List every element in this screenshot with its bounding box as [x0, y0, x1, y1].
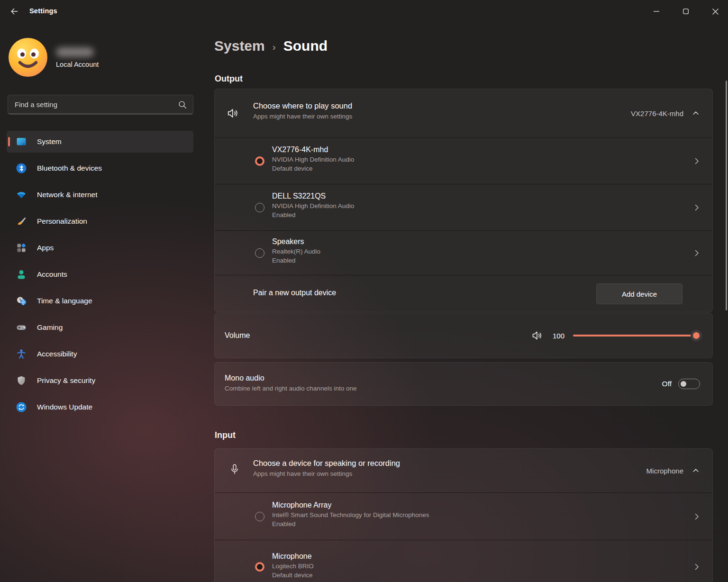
microphone-icon	[229, 463, 240, 477]
chevron-right-icon[interactable]	[693, 157, 701, 165]
sidebar-item-label: Windows Update	[37, 403, 92, 411]
sidebar-item-label: Accounts	[37, 270, 67, 279]
speaker-icon	[227, 107, 240, 120]
sidebar-item-label: Bluetooth & devices	[37, 164, 102, 173]
sidebar-item-bluetooth-devices[interactable]: Bluetooth & devices	[7, 157, 193, 179]
device-name: DELL S3221QS	[272, 192, 354, 200]
sidebar-item-system[interactable]: System	[7, 131, 193, 153]
chevron-up-icon[interactable]	[692, 466, 700, 475]
add-device-button[interactable]: Add device	[596, 283, 682, 304]
update-icon	[16, 401, 27, 413]
breadcrumb-system[interactable]: System	[214, 38, 265, 54]
device-name: VX2776-4K-mhd	[272, 146, 354, 154]
user-name-redacted	[56, 47, 94, 57]
shield-icon	[16, 375, 27, 386]
mono-audio-subtitle: Combine left and right audio channels in…	[225, 385, 356, 392]
output-selected-device-value: VX2776-4K-mhd	[631, 109, 683, 118]
sidebar-item-windows-update[interactable]: Windows Update	[7, 396, 193, 418]
volume-value: 100	[551, 332, 564, 340]
input-device-row-microphone[interactable]: Microphone Logitech BRIO Default device	[215, 540, 712, 582]
sidebar-item-label: Personalization	[37, 217, 87, 226]
device-driver: Logitech BRIO	[272, 563, 314, 570]
mono-audio-state-label: Off	[662, 380, 672, 388]
volume-slider-track[interactable]	[573, 335, 701, 336]
device-driver: Intel® Smart Sound Technology for Digita…	[272, 511, 429, 518]
radio-unselected[interactable]	[255, 512, 264, 521]
scrollbar[interactable]	[726, 81, 727, 310]
sidebar-nav: System Bluetooth & devices Network & int…	[7, 131, 193, 423]
gamepad-icon	[16, 322, 27, 333]
mono-audio-toggle[interactable]	[678, 379, 700, 389]
clock-globe-icon	[16, 295, 27, 307]
pair-device-row: Pair a new output device Add device	[215, 275, 712, 312]
user-avatar[interactable]	[8, 37, 48, 78]
input-device-row-mic-array[interactable]: Microphone Array Intel® Smart Sound Tech…	[215, 492, 712, 540]
device-status: Enabled	[272, 520, 429, 527]
sidebar-item-accessibility[interactable]: Accessibility	[7, 343, 193, 365]
chevron-right-icon[interactable]	[693, 249, 701, 257]
output-picker-header[interactable]: Choose where to play sound Apps might ha…	[215, 89, 712, 137]
volume-label: Volume	[225, 331, 250, 340]
sidebar-item-label: Privacy & security	[37, 376, 95, 385]
close-icon	[712, 9, 719, 15]
search-icon	[177, 100, 188, 110]
maximize-icon	[683, 9, 689, 14]
volume-slider[interactable]	[573, 330, 701, 341]
mono-audio-card: Mono audio Combine left and right audio …	[214, 362, 713, 406]
minimize-button[interactable]	[646, 0, 667, 23]
sidebar-item-apps[interactable]: Apps	[7, 237, 193, 259]
output-device-group: Choose where to play sound Apps might ha…	[214, 89, 713, 312]
sidebar-item-time-language[interactable]: Time & language	[7, 290, 193, 312]
output-device-row-dell[interactable]: DELL S3221QS NVIDIA High Definition Audi…	[215, 184, 712, 230]
input-picker-subtitle: Apps might have their own settings	[253, 470, 400, 477]
device-driver: NVIDIA High Definition Audio	[272, 202, 354, 209]
search-input[interactable]	[8, 95, 193, 114]
radio-unselected[interactable]	[255, 248, 264, 258]
selected-indicator-pill	[8, 137, 10, 146]
chevron-right-icon[interactable]	[693, 204, 701, 211]
volume-slider-thumb[interactable]	[691, 330, 702, 341]
input-section-label: Input	[215, 430, 236, 440]
volume-icon[interactable]	[531, 329, 544, 342]
back-arrow-icon	[9, 7, 19, 16]
output-section-label: Output	[215, 74, 243, 84]
page-title: Sound	[283, 38, 328, 54]
sidebar-item-label: Apps	[37, 244, 54, 252]
input-picker-header[interactable]: Choose a device for speaking or recordin…	[215, 449, 712, 492]
sidebar-item-label: System	[37, 137, 62, 146]
sidebar-item-label: Accessibility	[37, 350, 77, 358]
sidebar: Local Account System Bluetooth & devices	[0, 23, 207, 582]
wifi-icon	[16, 189, 27, 200]
radio-selected[interactable]	[255, 562, 264, 572]
input-picker-title: Choose a device for speaking or recordin…	[253, 459, 400, 468]
sidebar-item-gaming[interactable]: Gaming	[7, 317, 193, 338]
device-name: Speakers	[272, 237, 320, 246]
main-content: System › Sound Output Choose where to pl…	[214, 23, 728, 582]
settings-window: { "accent_color": "#EC7C61", "titlebar":…	[0, 0, 728, 582]
sidebar-item-personalization[interactable]: Personalization	[7, 210, 193, 232]
pair-device-label: Pair a new output device	[253, 289, 336, 297]
close-button[interactable]	[704, 0, 726, 23]
device-name: Microphone Array	[272, 501, 429, 509]
device-status: Enabled	[272, 211, 354, 218]
radio-unselected[interactable]	[255, 203, 264, 212]
device-name: Microphone	[272, 552, 314, 561]
back-button[interactable]	[7, 4, 22, 18]
chevron-right-icon[interactable]	[693, 513, 701, 520]
account-type-label: Local Account	[56, 61, 99, 68]
sidebar-item-network-internet[interactable]: Network & internet	[7, 184, 193, 206]
sidebar-item-label: Time & language	[37, 297, 92, 305]
maximize-button[interactable]	[675, 0, 697, 23]
input-device-group: Choose a device for speaking or recordin…	[214, 448, 713, 582]
breadcrumb: System › Sound	[214, 38, 328, 54]
chevron-up-icon[interactable]	[692, 109, 700, 118]
output-device-row-speakers[interactable]: Speakers Realtek(R) Audio Enabled	[215, 230, 712, 275]
sidebar-item-privacy-security[interactable]: Privacy & security	[7, 370, 193, 391]
app-title: Settings	[29, 7, 57, 15]
sidebar-item-accounts[interactable]: Accounts	[7, 264, 193, 285]
sidebar-item-label: Network & internet	[37, 191, 98, 199]
breadcrumb-separator: ›	[273, 41, 276, 53]
radio-selected[interactable]	[255, 156, 264, 166]
chevron-right-icon[interactable]	[693, 563, 701, 571]
output-device-row-vx2776[interactable]: VX2776-4K-mhd NVIDIA High Definition Aud…	[215, 137, 712, 184]
